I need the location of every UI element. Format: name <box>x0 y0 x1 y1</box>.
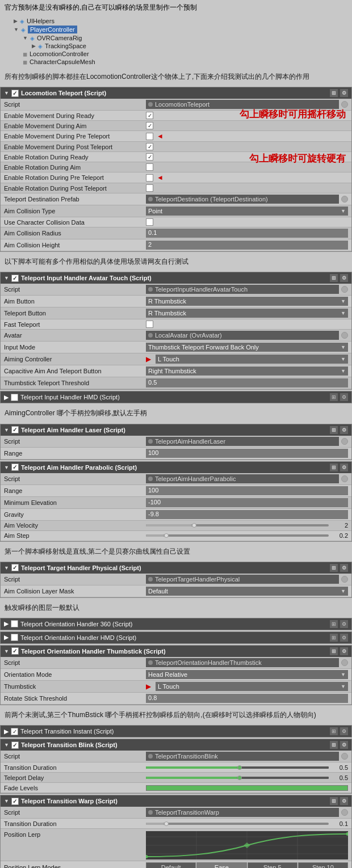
checkbox-movement-ready[interactable] <box>146 112 153 119</box>
aiming-controller-select[interactable]: L Touch ▼ <box>156 355 348 364</box>
tap-script-ref[interactable]: TeleportAimHandlerParabolic <box>146 474 339 483</box>
panel-checkbox[interactable] <box>11 275 19 282</box>
icon-layout[interactable]: ⊞ <box>330 464 338 471</box>
mode-btn-step5[interactable]: Step 5 <box>248 862 297 868</box>
checkbox-use-character-collision[interactable] <box>146 218 153 226</box>
collapse-arrow[interactable]: ▼ <box>4 90 9 96</box>
icon-layout[interactable]: ⊞ <box>330 620 338 628</box>
panel-checkbox[interactable] <box>11 728 18 735</box>
ref-picker[interactable] <box>341 332 348 339</box>
teleport-delay-slider[interactable] <box>146 777 329 779</box>
rotate-stick-threshold-input[interactable]: 0.8 <box>146 694 348 703</box>
icon-gear[interactable]: ⚙ <box>340 797 348 805</box>
avatar-ref[interactable]: LocalAvatar (OvrAvatar) <box>146 331 339 340</box>
collapse-arrow[interactable]: ▶ <box>4 728 9 735</box>
icon-gear[interactable]: ⚙ <box>340 426 348 434</box>
icon-layout[interactable]: ⊞ <box>330 564 338 572</box>
aim-button-select[interactable]: R Thumbstick ▼ <box>146 297 348 306</box>
icon-layout[interactable]: ⊞ <box>330 647 338 655</box>
slider-thumb[interactable] <box>164 821 169 826</box>
icon-layout[interactable]: ⊞ <box>330 797 338 805</box>
icon-gear[interactable]: ⚙ <box>340 274 348 282</box>
aim-velocity-slider[interactable] <box>146 524 329 526</box>
checkbox-fast-teleport[interactable] <box>146 321 153 328</box>
ref-picker[interactable] <box>341 753 348 760</box>
transition-instant-header[interactable]: ▶ Teleport Transition Instant (Script) ⊞… <box>1 726 351 737</box>
checkbox-rotation-pre-teleport[interactable] <box>146 174 153 182</box>
panel-checkbox[interactable] <box>11 634 18 641</box>
icon-gear[interactable]: ⚙ <box>340 727 348 735</box>
checkbox-rotation-post-teleport[interactable] <box>146 184 153 192</box>
ref-picker[interactable] <box>341 576 348 583</box>
panel-checkbox[interactable] <box>11 741 19 749</box>
icon-gear[interactable]: ⚙ <box>340 647 348 655</box>
checkbox-movement-pre-teleport[interactable] <box>146 133 153 140</box>
icon-gear[interactable]: ⚙ <box>340 89 348 97</box>
panel-checkbox[interactable] <box>11 394 18 401</box>
ref-picker[interactable] <box>341 101 348 108</box>
input-mode-select[interactable]: Thumbstick Teleport Forward Back Only ▼ <box>146 343 348 352</box>
collapse-arrow[interactable]: ▼ <box>4 648 9 654</box>
checkbox-rotation-aim[interactable] <box>146 163 153 171</box>
collapse-arrow[interactable]: ▼ <box>4 798 9 804</box>
icon-gear[interactable]: ⚙ <box>340 620 348 628</box>
slider-thumb[interactable] <box>192 523 196 528</box>
panel-checkbox[interactable] <box>11 464 19 471</box>
panel-checkbox[interactable] <box>11 90 19 97</box>
script-ref[interactable]: LocomotionTeleport <box>146 100 339 109</box>
collapse-arrow[interactable]: ▶ <box>4 620 9 627</box>
icon-layout[interactable]: ⊞ <box>330 634 338 642</box>
hierarchy-item-playercontroller[interactable]: ▼ ◈ PlayerController <box>5 25 347 34</box>
hierarchy-item-trackingspace[interactable]: ▶ ◈ TrackingSpace <box>5 42 347 50</box>
mode-btn-ease[interactable]: Ease <box>196 862 246 868</box>
icon-gear[interactable]: ⚙ <box>340 564 348 572</box>
panel-checkbox[interactable] <box>11 564 19 571</box>
layer-mask-select[interactable]: Default ▼ <box>146 587 348 596</box>
hierarchy-item-charactercapsulemesh[interactable]: ◼ CharacterCapsuleMesh <box>5 58 347 66</box>
orientation-360-header[interactable]: ▶ Teleport Orientation Handler 360 (Scri… <box>1 618 351 630</box>
aim-step-slider[interactable] <box>146 534 329 537</box>
icon-layout[interactable]: ⊞ <box>330 274 338 282</box>
ref-picker[interactable] <box>341 196 348 203</box>
ref-picker[interactable] <box>341 438 348 445</box>
tw-script-ref[interactable]: TeleportTransitionWarp <box>146 808 339 817</box>
icon-layout[interactable]: ⊞ <box>330 741 338 749</box>
icon-layout[interactable]: ⊞ <box>330 426 338 434</box>
hierarchy-item-ovrcamerarig[interactable]: ▼ ◈ OVRCameraRig <box>5 34 347 42</box>
collapse-arrow[interactable]: ▶ <box>4 634 9 641</box>
collapse-arrow[interactable]: ▶ <box>4 394 9 401</box>
ref-picker[interactable] <box>341 475 348 482</box>
slider-thumb[interactable] <box>164 533 169 538</box>
mode-btn-default[interactable]: Default <box>146 862 196 868</box>
orientation-mode-select[interactable]: Head Relative ▼ <box>146 670 348 679</box>
collapse-arrow[interactable]: ▼ <box>4 742 9 748</box>
icon-layout[interactable]: ⊞ <box>330 727 338 735</box>
icon-layout[interactable]: ⊞ <box>330 393 338 401</box>
ref-picker[interactable] <box>341 659 348 666</box>
panel-checkbox[interactable] <box>11 620 18 627</box>
tia-script-ref[interactable]: TeleportInputHandlerAvatarTouch <box>146 285 339 294</box>
parabolic-range-input[interactable]: 100 <box>146 486 348 495</box>
icon-gear[interactable]: ⚙ <box>340 741 348 749</box>
tal-script-ref[interactable]: TeleportAimHandlerLaser <box>146 437 339 446</box>
slider-thumb[interactable] <box>237 776 242 780</box>
mode-btn-step10[interactable]: Step 10 <box>298 862 348 868</box>
icon-gear[interactable]: ⚙ <box>340 393 348 401</box>
min-elevation-input[interactable]: -100 <box>146 498 348 507</box>
capacitive-select[interactable]: Right Thumbstick ▼ <box>146 366 348 376</box>
aim-collision-height-input[interactable]: 2 <box>146 241 348 250</box>
tb-script-ref[interactable]: TeleportTransitionBlink <box>146 752 339 761</box>
panel-checkbox[interactable] <box>11 798 19 805</box>
transition-duration-slider[interactable] <box>146 766 329 769</box>
teleport-input-hmd-header[interactable]: ▶ Teleport Input Handler HMD (Script) ⊞ … <box>1 391 351 403</box>
hierarchy-item-uihelpers[interactable]: ▶ ◈ UIHelpers <box>5 17 347 25</box>
ref-picker[interactable] <box>341 286 348 293</box>
icon-layout[interactable]: ⊞ <box>330 89 338 97</box>
aim-collision-select[interactable]: Point ▼ <box>146 207 348 216</box>
icon-gear[interactable]: ⚙ <box>340 464 348 471</box>
position-lerp-curve[interactable] <box>146 831 348 859</box>
thumbstick-select[interactable]: L Touch ▼ <box>156 682 348 691</box>
checkbox-movement-aim[interactable] <box>146 122 153 129</box>
destination-ref[interactable]: TeleportDestination (TeleportDestination… <box>146 195 339 204</box>
collapse-arrow[interactable]: ▼ <box>4 427 9 433</box>
